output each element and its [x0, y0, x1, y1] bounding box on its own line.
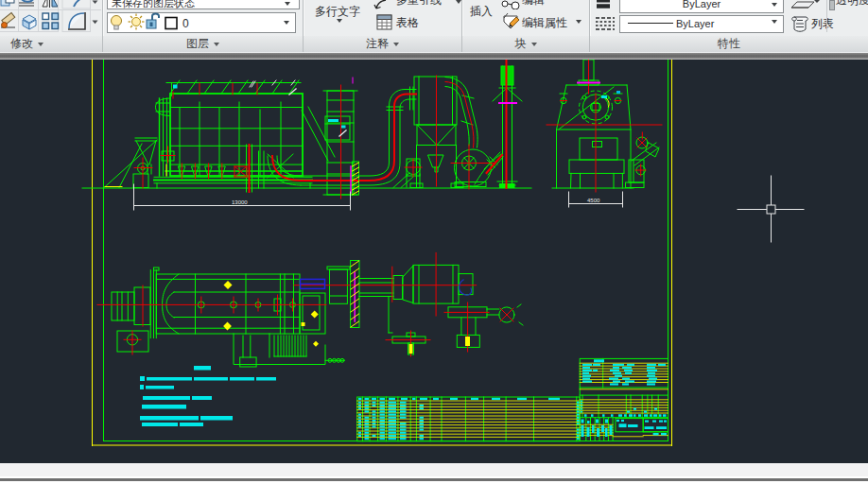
svg-text:4500: 4500 [587, 198, 600, 203]
svg-text:13000: 13000 [232, 199, 248, 205]
